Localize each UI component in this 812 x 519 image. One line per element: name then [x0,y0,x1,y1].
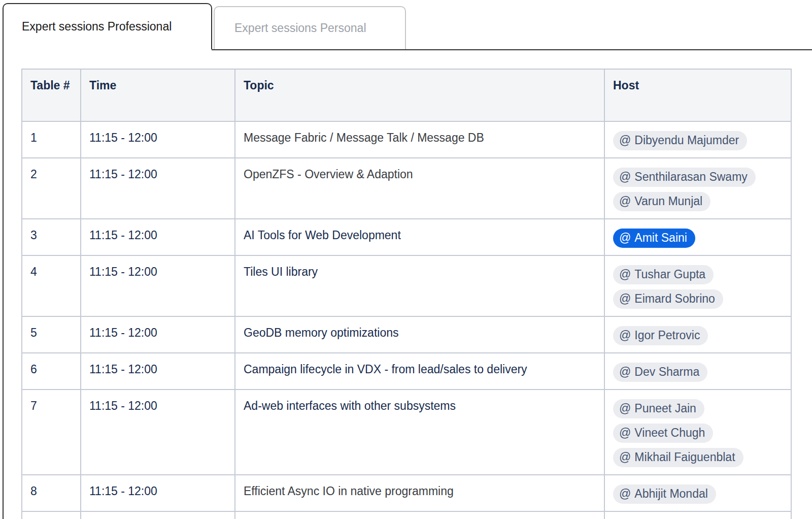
host-cell: @Senthilarasan Swamy@Varun Munjal [604,158,791,219]
table-number-cell: 7 [22,390,81,475]
topic-cell: Efficient Async IO in native programming [235,475,604,511]
mention-at-icon: @ [619,425,631,440]
mention-user-name: Puneet Jain [634,401,696,416]
time-cell: 11:15 - 12:00 [81,219,235,255]
host-pill-list: @Puneet Jain@Vineet Chugh@Mikhail Faigue… [613,398,784,467]
mention-at-icon: @ [619,328,631,343]
column-header-table-number: Table # [22,69,81,121]
host-pill-list: @Igor Petrovic [613,325,784,345]
table-number-cell: 6 [22,353,81,390]
table-number-cell: 8 [22,475,81,511]
host-pill-list: @Abhijit Mondal [613,483,784,504]
host-cell: @Abhijit Mondal [604,475,791,511]
user-mention-pill[interactable]: @Vineet Chugh [613,424,713,443]
mention-user-name: Varun Munjal [634,193,702,209]
user-mention-pill[interactable]: @Puneet Jain [613,399,704,418]
header-row: Table # Time Topic Host [22,69,791,121]
column-header-topic: Topic [235,69,604,121]
table-number-cell: 2 [22,158,81,219]
host-pill-list: @Dibyendu Majumder [613,130,784,150]
mention-user-name: Amit Saini [634,230,687,245]
table-number-cell: 3 [22,219,81,255]
time-cell: 11:15 - 12:00 [81,511,235,519]
sessions-table-container: Table # Time Topic Host 111:15 - 12:00Me… [21,69,792,519]
user-mention-pill[interactable]: @Igor Petrovic [613,326,708,345]
user-mention-pill[interactable]: @Varun Munjal [613,192,710,211]
user-mention-pill[interactable]: @Abhijit Mondal [613,484,716,504]
user-mention-pill[interactable]: @Tushar Gupta [613,265,714,284]
topic-cell: AI Tools for Web Development [235,219,604,255]
table-row: 511:15 - 12:00GeoDB memory optimizations… [22,316,791,353]
mention-user-name: Abhijit Mondal [634,486,707,501]
table-number-cell: 9 [22,511,81,519]
table-row: 211:15 - 12:00OpenZFS - Overview & Adapt… [22,158,791,219]
user-mention-pill[interactable]: @Senthilarasan Swamy [613,168,756,187]
host-pill-list: @Senthilarasan Swamy@Varun Munjal [613,167,784,211]
user-mention-pill[interactable]: @Amit Saini [613,229,695,248]
mention-at-icon: @ [619,133,631,148]
host-pill-list: @Amit Saini [613,228,784,248]
page: Expert sessions Professional Expert sess… [0,0,812,519]
sessions-table: Table # Time Topic Host 111:15 - 12:00Me… [21,69,792,519]
user-mention-pill[interactable]: @Dev Sharma [613,363,707,382]
tab-expert-sessions-personal[interactable]: Expert sessions Personal [214,6,406,49]
mention-user-name: Senthilarasan Swamy [634,169,747,184]
table-row: 911:15 - 12:00GraalVM : Advanced JDK@San… [22,511,791,519]
mention-user-name: Vineet Chugh [634,425,705,440]
time-cell: 11:15 - 12:00 [81,255,235,316]
host-cell: @Amit Saini [604,219,791,255]
mention-user-name: Dev Sharma [634,364,699,379]
host-cell: @Dev Sharma [604,353,791,390]
time-cell: 11:15 - 12:00 [81,158,235,219]
host-cell: @Tushar Gupta@Eimard Sobrino [604,255,791,316]
mention-at-icon: @ [619,449,631,465]
mention-at-icon: @ [619,267,631,282]
mention-at-icon: @ [619,401,631,416]
time-cell: 11:15 - 12:00 [81,475,235,511]
table-row: 811:15 - 12:00Efficient Async IO in nati… [22,475,791,511]
table-row: 311:15 - 12:00AI Tools for Web Developme… [22,219,791,255]
mention-user-name: Mikhail Faiguenblat [634,449,735,465]
user-mention-pill[interactable]: @Dibyendu Majumder [613,131,747,150]
host-pill-list: @Dev Sharma [613,362,784,382]
time-cell: 11:15 - 12:00 [81,121,235,158]
time-cell: 11:15 - 12:00 [81,390,235,475]
user-mention-pill[interactable]: @Mikhail Faiguenblat [613,448,743,467]
tab-panel-top-border [212,49,812,50]
topic-cell: OpenZFS - Overview & Adaption [235,158,604,219]
mention-at-icon: @ [619,291,631,306]
time-cell: 11:15 - 12:00 [81,316,235,353]
tab-label: Expert sessions Personal [234,21,366,35]
column-header-host: Host [604,69,791,121]
topic-cell: Ad-web interfaces with other subsystems [235,390,604,475]
host-cell: @Igor Petrovic [604,316,791,353]
tab-expert-sessions-professional[interactable]: Expert sessions Professional [3,3,212,49]
mention-user-name: Eimard Sobrino [634,291,715,306]
host-pill-list: @Tushar Gupta@Eimard Sobrino [613,264,784,309]
topic-cell: Message Fabric / Message Talk / Message … [235,121,604,158]
topic-cell: Tiles UI library [235,255,604,316]
host-cell: @Dibyendu Majumder [604,121,791,158]
mention-at-icon: @ [619,169,631,184]
tab-label: Expert sessions Professional [22,20,172,34]
mention-at-icon: @ [619,230,631,245]
topic-cell: Campaign lifecycle in VDX - from lead/sa… [235,353,604,390]
table-number-cell: 1 [22,121,81,158]
table-row: 711:15 - 12:00Ad-web interfaces with oth… [22,390,791,475]
table-number-cell: 4 [22,255,81,316]
mention-user-name: Tushar Gupta [634,267,705,282]
mention-user-name: Dibyendu Majumder [634,133,739,148]
host-cell: @Puneet Jain@Vineet Chugh@Mikhail Faigue… [604,390,791,475]
topic-cell: GeoDB memory optimizations [235,316,604,353]
mention-at-icon: @ [619,193,631,209]
column-header-time: Time [81,69,235,121]
table-row: 411:15 - 12:00Tiles UI library@Tushar Gu… [22,255,791,316]
time-cell: 11:15 - 12:00 [81,353,235,390]
table-row: 111:15 - 12:00Message Fabric / Message T… [22,121,791,158]
topic-cell: GraalVM : Advanced JDK [235,511,604,519]
user-mention-pill[interactable]: @Eimard Sobrino [613,289,723,309]
host-cell: @Sanket Lathiya [604,511,791,519]
table-row: 611:15 - 12:00Campaign lifecycle in VDX … [22,353,791,390]
table-number-cell: 5 [22,316,81,353]
mention-at-icon: @ [619,486,631,501]
